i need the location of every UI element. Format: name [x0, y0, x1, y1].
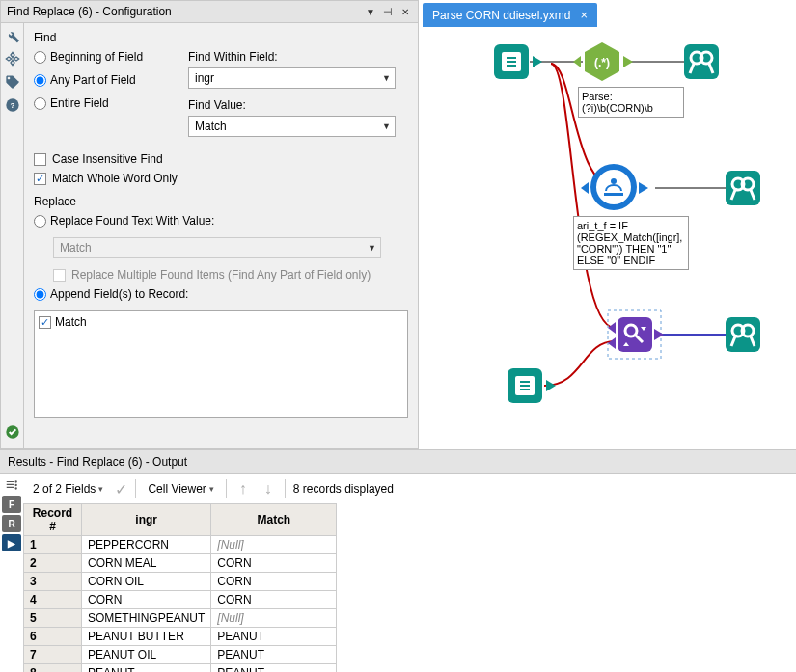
table-row[interactable]: 7 PEANUT OIL PEANUT: [24, 646, 337, 664]
svg-marker-21: [639, 182, 648, 194]
cell-match: [Null]: [211, 536, 337, 554]
svg-marker-30: [608, 337, 616, 349]
checkmark-icon[interactable]: ✓: [115, 480, 127, 498]
col-ingr[interactable]: ingr: [82, 504, 211, 536]
arrow-up-icon[interactable]: ↑: [234, 478, 252, 499]
wrench-icon[interactable]: [4, 27, 21, 44]
tab-close-icon[interactable]: ×: [580, 8, 588, 22]
chevron-down-icon: ▼: [368, 243, 376, 253]
find-within-label: Find Within Field:: [188, 50, 408, 64]
ok-check-icon[interactable]: [4, 423, 21, 441]
radio-anypart[interactable]: [34, 74, 46, 87]
chevron-down-icon: ▼: [382, 73, 391, 83]
svg-marker-37: [546, 380, 556, 391]
text-input-tool-2[interactable]: [508, 368, 542, 403]
svg-text:?: ?: [10, 101, 14, 110]
find-group-label: Find: [34, 31, 408, 44]
row-number: 4: [24, 591, 82, 609]
cell-viewer-label: Cell Viewer: [148, 482, 206, 496]
radio-beginning[interactable]: [34, 51, 46, 64]
col-record-num[interactable]: Record #: [24, 504, 82, 536]
svg-point-18: [611, 178, 617, 184]
table-row[interactable]: 6 PEANUT BUTTER PEANUT: [24, 628, 337, 646]
cell-ingr: PEANUT OIL: [82, 646, 211, 664]
results-panel: Results - Find Replace (6) - Output F R …: [0, 449, 796, 672]
results-output-icon[interactable]: ▶: [2, 534, 21, 551]
cell-ingr: PEANUT: [82, 664, 211, 673]
svg-marker-29: [608, 322, 616, 334]
caret-down-icon[interactable]: ▼: [364, 5, 377, 18]
caret-down-icon: ▾: [209, 484, 214, 494]
close-icon[interactable]: ✕: [398, 5, 412, 18]
match-whole-checkbox[interactable]: ✓: [34, 173, 46, 185]
find-value-label: Find Value:: [188, 98, 408, 112]
config-sidebar: ?: [1, 23, 24, 448]
table-row[interactable]: 3 CORN OIL CORN: [24, 573, 337, 591]
caret-down-icon: ▾: [98, 484, 103, 494]
find-replace-tool[interactable]: [618, 317, 652, 352]
cell-match: CORN: [211, 554, 337, 573]
table-row[interactable]: 1 PEPPERCORN [Null]: [24, 536, 337, 554]
table-row[interactable]: 2 CORN MEAL CORN: [24, 554, 337, 573]
regex-annotation: Parse: (?i)\b(CORN)\b: [578, 87, 684, 118]
regex-tool[interactable]: (.*): [585, 42, 619, 81]
cell-ingr: CORN: [82, 591, 211, 609]
cell-ingr: PEANUT BUTTER: [82, 628, 211, 646]
svg-rect-19: [604, 193, 623, 196]
svg-marker-20: [581, 182, 589, 194]
results-toolbar: 2 of 2 Fields ▾ ✓ Cell Viewer ▾ ↑ ↓ 8 re…: [23, 474, 796, 503]
case-insensitive-checkbox[interactable]: [34, 153, 46, 166]
results-filter-f-icon[interactable]: F: [2, 496, 21, 513]
results-table[interactable]: Record # ingr Match 1 PEPPERCORN [Null]2…: [23, 503, 337, 672]
formula-annotation: ari_t_f = IF (REGEX_Match([ingr], "CORN"…: [573, 216, 689, 270]
table-row[interactable]: 4 CORN CORN: [24, 591, 337, 609]
browse-tool-1[interactable]: [684, 44, 719, 79]
svg-marker-8: [533, 56, 542, 67]
table-row[interactable]: 5 SOMETHINGPEANUT [Null]: [24, 609, 337, 628]
radio-beginning-label: Beginning of Field: [50, 50, 143, 64]
text-input-tool-1[interactable]: [494, 44, 529, 79]
cell-viewer-dropdown[interactable]: Cell Viewer ▾: [144, 480, 217, 497]
arrow-down-icon[interactable]: ↓: [260, 478, 277, 499]
browse-tool-3[interactable]: [726, 317, 760, 352]
fields-dropdown[interactable]: 2 of 2 Fields ▾: [29, 480, 107, 497]
find-value-select[interactable]: Match ▼: [188, 116, 396, 137]
chevron-down-icon: ▼: [382, 121, 391, 131]
radio-replace-found-label: Replace Found Text With Value:: [50, 214, 214, 228]
workflow-canvas-pane: Parse CORN ddiesel.yxmd ×: [419, 0, 796, 449]
append-fields-list[interactable]: ✓ Match: [34, 310, 408, 418]
results-menu-icon[interactable]: [2, 476, 21, 494]
svg-marker-31: [654, 329, 664, 340]
svg-point-17: [596, 170, 631, 204]
radio-append-fields[interactable]: [34, 288, 46, 301]
svg-point-41: [15, 480, 17, 482]
match-field-checkbox[interactable]: ✓: [39, 316, 51, 329]
col-match[interactable]: Match: [211, 504, 337, 536]
cell-match: PEANUT: [211, 628, 337, 646]
svg-marker-12: [623, 56, 633, 67]
cell-match: PEANUT: [211, 664, 337, 673]
tag-icon[interactable]: [4, 73, 21, 91]
row-number: 7: [24, 646, 82, 664]
row-number: 1: [24, 536, 82, 554]
formula-tool[interactable]: [590, 164, 637, 210]
pin-icon[interactable]: ⊣: [381, 5, 395, 18]
svg-point-42: [15, 484, 17, 486]
radio-entire[interactable]: [34, 97, 46, 110]
table-row[interactable]: 8 PEANUT PEANUT: [24, 664, 337, 673]
cell-ingr: PEPPERCORN: [82, 536, 211, 554]
help-icon[interactable]: ?: [4, 96, 21, 114]
replace-value-select: Match ▼: [53, 237, 381, 258]
cell-ingr: CORN MEAL: [82, 554, 211, 573]
browse-tool-2[interactable]: [726, 171, 760, 205]
radio-replace-found[interactable]: [34, 215, 46, 228]
results-title: Results - Find Replace (6) - Output: [8, 455, 187, 469]
nav-icon[interactable]: [4, 50, 21, 67]
svg-point-43: [15, 487, 17, 489]
workflow-tab[interactable]: Parse CORN ddiesel.yxmd ×: [423, 3, 597, 27]
workflow-canvas[interactable]: (.*) Parse: (?i)\b(CORN)\b: [419, 29, 796, 449]
row-number: 8: [24, 664, 82, 673]
results-filter-r-icon[interactable]: R: [2, 515, 21, 532]
replace-multiple-checkbox: [53, 269, 66, 282]
find-within-select[interactable]: ingr ▼: [188, 67, 396, 89]
